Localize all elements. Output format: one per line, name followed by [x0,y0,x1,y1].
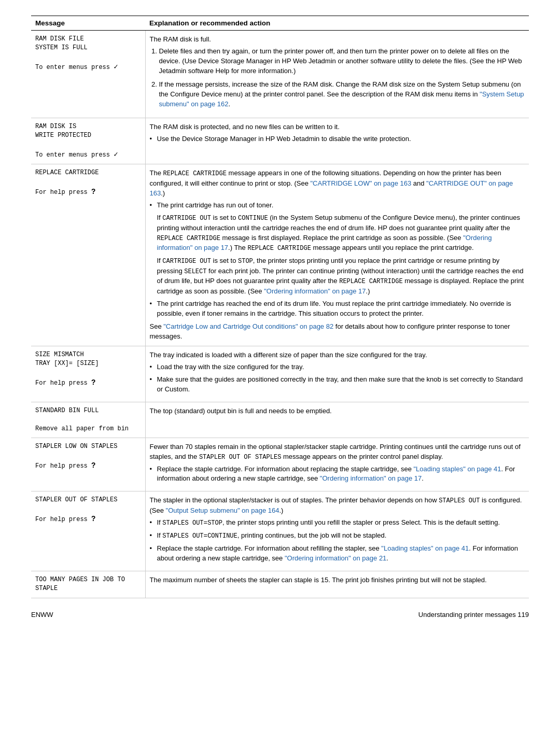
inline-link[interactable]: "Loading staples" on page 41 [414,465,501,473]
message-cell: SIZE MISMATCHTRAY [XX]= [SIZE]For help p… [31,346,145,402]
monospace-text: STOP [207,519,222,527]
message-help-line: For help press ? [35,514,140,524]
list-item: Delete files and then try again, or turn… [159,47,525,76]
explanation-cell: The RAM disk is full.Delete files and th… [145,31,529,118]
monospace-text: STAPLER OUT OF STAPLES [199,454,281,461]
footer-right: Understanding printer messages 119 [418,611,529,619]
message-line: TOO MANY PAGES IN JOB TO [35,575,140,584]
message-line: WRITE PROTECTED [35,131,140,140]
monospace-text: CARTRIDGE OUT [162,215,211,222]
explanation-cell: Fewer than 70 staples remain in the opti… [145,438,529,491]
help-question-mark: ? [91,515,95,523]
message-line: STAPLER OUT OF STAPLES [35,496,140,504]
explanation-intro: The maximum number of sheets the stapler… [150,575,525,585]
explanation-intro: The top (standard) output bin is full an… [150,406,525,416]
explanation-list-unordered: Replace the staple cartridge. For inform… [150,465,525,484]
message-cell: RAM DISK ISWRITE PROTECTEDTo enter menus… [31,118,145,164]
monospace-text: REPLACE CARTRIDGE [163,170,227,177]
help-question-mark: ? [91,461,95,470]
message-help-line: To enter menus press ✓ [35,149,140,160]
monospace-text: REPLACE CARTRIDGE [157,235,220,242]
message-help-line: For help press ? [35,460,140,471]
list-item: If STAPLES OUT=STOP, the printer stops p… [150,518,525,528]
message-line: STAPLER LOW ON STAPLES [35,442,140,451]
monospace-text: STAPLES OUT [162,519,203,527]
explanation-intro: The stapler in the optional stapler/stac… [150,496,525,515]
list-item: If STAPLES OUT=CONTINUE, printing contin… [150,531,525,541]
page-container: Message Explanation or recommended actio… [0,0,560,639]
inline-link[interactable]: "Ordering information" on page 17 [320,474,422,482]
bullet-sub-paragraph: If CARTRIDGE OUT is set to CONTINUE (in … [157,213,525,253]
message-cell: RAM DISK FILESYSTEM IS FULLTo enter menu… [31,31,145,118]
explanation-list-ordered: Delete files and then try again, or turn… [159,47,525,109]
inline-link[interactable]: "System Setup submenu" on page 162 [159,90,524,108]
list-item: Load the tray with the size configured f… [150,362,525,372]
inline-link[interactable]: "Ordering information" on page 21 [285,554,386,562]
bullet-main-text: The print cartridge has reached the end … [157,300,511,317]
table-row: STANDARD BIN FULLRemove all paper from b… [31,402,529,438]
explanation-intro: The tray indicated is loaded with a diff… [150,350,525,360]
message-cell: TOO MANY PAGES IN JOB TOSTAPLE [31,571,145,598]
explanation-footer-text: See "Cartridge Low and Cartridge Out con… [150,322,525,342]
bullet-main-text: The print cartridge has run out of toner… [157,201,274,209]
message-line: RAM DISK IS [35,122,140,131]
explanation-intro: Fewer than 70 staples remain in the opti… [150,442,525,462]
inline-link[interactable]: "Loading staples" on page 41 [381,544,469,552]
check-mark: ✓ [114,150,118,159]
message-line: SIZE MISMATCH [35,350,140,359]
table-row: RAM DISK FILESYSTEM IS FULLTo enter menu… [31,31,529,118]
help-question-mark: ? [91,378,95,387]
explanation-bullets: The print cartridge has run out of toner… [150,201,525,319]
explanation-list-unordered: If STAPLES OUT=STOP, the printer stops p… [150,518,525,564]
table-row: STAPLER OUT OF STAPLESFor help press ?Th… [31,491,529,571]
message-line: RAM DISK FILE [35,35,140,44]
list-item: Replace the staple cartridge. For inform… [150,544,525,564]
message-cell: STAPLER OUT OF STAPLESFor help press ? [31,491,145,571]
monospace-text: STOP [238,258,253,265]
list-item: Replace the staple cartridge. For inform… [150,465,525,484]
monospace-text: STAPLES OUT [162,532,203,540]
table-row: TOO MANY PAGES IN JOB TOSTAPLEThe maximu… [31,571,529,598]
monospace-text: STAPLES OUT [439,497,480,504]
help-question-mark: ? [91,188,95,196]
list-item: The print cartridge has run out of toner… [150,201,525,297]
main-table: Message Explanation or recommended actio… [31,16,529,598]
explanation-list-unordered: Load the tray with the size configured f… [150,362,525,395]
monospace-text: REPLACE CARTRIDGE [339,278,402,285]
monospace-text: REPLACE CARTRIDGE [247,245,311,252]
monospace-text: CARTRIDGE OUT [162,258,211,265]
explanation-cell: The RAM disk is protected, and no new fi… [145,118,529,164]
inline-link[interactable]: "Ordering information" on page 17 [264,287,366,295]
explanation-cell: The maximum number of sheets the stapler… [145,571,529,598]
page-footer: ENWW Understanding printer messages 119 [31,611,529,619]
list-item: If the message persists, increase the si… [159,80,525,109]
message-help-line: For help press ? [35,187,140,197]
col-explanation-header: Explanation or recommended action [145,16,529,31]
monospace-text: CONTINUE [207,532,237,540]
bullet-sub-paragraph: If CARTRIDGE OUT is set to STOP, the pri… [157,256,525,296]
message-help-line: To enter menus press ✓ [35,62,140,72]
explanation-cell: The top (standard) output bin is full an… [145,402,529,438]
message-line: STAPLE [35,584,140,593]
message-line: Remove all paper from bin [35,425,140,433]
check-mark: ✓ [114,63,118,71]
message-cell: REPLACE CARTRIDGEFor help press ? [31,164,145,346]
message-line: TRAY [XX]= [SIZE] [35,359,140,368]
list-item: Make sure that the guides are positioned… [150,375,525,395]
table-row: STAPLER LOW ON STAPLESFor help press ?Fe… [31,438,529,491]
explanation-intro: The RAM disk is full. [150,35,525,45]
monospace-text: CONTINUE [238,215,268,222]
message-cell: STAPLER LOW ON STAPLESFor help press ? [31,438,145,491]
message-line: STANDARD BIN FULL [35,406,140,415]
inline-link[interactable]: "Output Setup submenu" on page 164 [166,507,279,514]
inline-link[interactable]: "CARTRIDGE LOW" on page 163 [311,179,412,187]
explanation-list-unordered: Use the Device Storage Manager in HP Web… [150,134,525,144]
message-line: REPLACE CARTRIDGE [35,168,140,177]
list-item: The print cartridge has reached the end … [150,299,525,319]
monospace-text: SELECT [184,268,206,275]
col-message-header: Message [31,16,145,31]
message-line: SYSTEM IS FULL [35,44,140,52]
footer-left: ENWW [31,611,53,619]
inline-link[interactable]: "Cartridge Low and Cartridge Out conditi… [163,322,333,330]
explanation-cell: The stapler in the optional stapler/stac… [145,491,529,571]
